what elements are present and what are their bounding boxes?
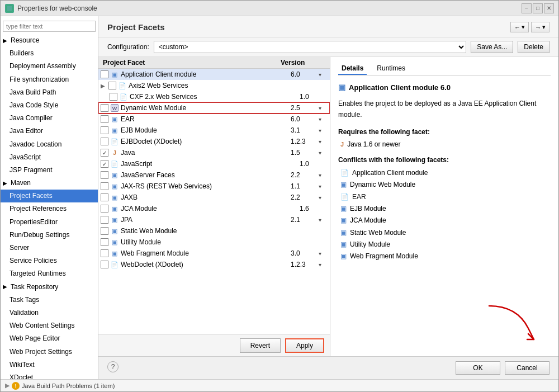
help-icon[interactable]: ? [107,361,119,372]
facet-row-ejb[interactable]: ▣ EJB Module 3.1 ▾ [98,125,330,136]
sidebar-item-validation[interactable]: Validation [1,306,98,319]
sidebar-item-maven[interactable]: ▶ Maven [1,177,98,190]
sidebar-item-builders[interactable]: Builders [1,47,98,60]
sidebar-item-javadoc[interactable]: Javadoc Location [1,138,98,151]
facet-checkbox-jpa[interactable] [101,216,108,224]
facet-row-appclient[interactable]: ▣ Application Client module 6.0 ▾ [98,69,330,80]
sidebar-item-tasktags[interactable]: Task Tags [1,294,98,306]
dropdown-icon[interactable]: ▾ [319,195,328,201]
sidebar-item-webpageeditor[interactable]: Web Page Editor [1,332,98,345]
facet-checkbox-dynamicweb[interactable] [101,104,108,112]
delete-button[interactable]: Delete [518,41,549,53]
facet-row-axis2[interactable]: ▶ 📄 Axis2 Web Services [98,80,330,91]
sidebar-item-javacodestyle[interactable]: Java Code Style [1,99,98,112]
facet-row-ear[interactable]: ▣ EAR 6.0 ▾ [98,114,330,125]
facet-checkbox-appclient[interactable] [101,70,108,78]
dropdown-icon[interactable]: ▾ [319,127,328,134]
facet-checkbox-webfragment[interactable] [101,249,108,257]
sidebar-item-servicepolicies[interactable]: Service Policies [1,254,98,267]
facet-checkbox-java[interactable] [101,149,108,157]
facet-checkbox-ejbdoclet[interactable] [101,138,108,145]
facet-row-webdoclet[interactable]: 📄 WebDoclet (XDoclet) 1.2.3 ▾ [98,259,330,270]
expand-icon[interactable]: ▶ [101,83,107,89]
dropdown-icon[interactable]: ▾ [319,262,328,268]
sidebar-item-taskrepository[interactable]: ▶ Task Repository [1,281,98,294]
forward-button[interactable]: → ▾ [531,22,549,32]
sidebar-item-propertieseditor[interactable]: PropertiesEditor [1,216,98,229]
tab-details[interactable]: Details [338,63,367,75]
sidebar-item-server[interactable]: Server [1,242,98,254]
sidebar-item-projectreferences[interactable]: Project References [1,202,98,215]
status-expand-icon[interactable]: ▶ [5,382,10,389]
facet-checkbox-jaxrs[interactable] [101,182,108,190]
status-bar: ▶ ! Java Build Path Problems (1 item) [1,379,558,391]
sidebar-item-webprojectsettings[interactable]: Web Project Settings [1,346,98,358]
sidebar-item-label: Validation [10,308,39,318]
sidebar-item-rundebugsettings[interactable]: Run/Debug Settings [1,229,98,242]
svg-rect-0 [7,6,12,11]
facet-row-jpa[interactable]: ▣ JPA 2.1 ▾ [98,214,330,225]
sidebar-item-deployment[interactable]: Deployment Assembly [1,60,98,73]
facet-icon-module: ▣ [111,171,119,179]
minimize-button[interactable]: − [522,3,532,13]
facet-row-javascript[interactable]: 📄 JavaScript 1.0 [98,158,330,169]
dropdown-icon[interactable]: ▾ [319,150,328,156]
sidebar-item-javaeditor[interactable]: Java Editor [1,125,98,138]
dropdown-icon[interactable]: ▾ [319,183,328,190]
sidebar-item-xdoclet[interactable]: XDoclet [1,371,98,379]
facet-row-utility[interactable]: ▣ Utility Module [98,237,330,248]
sidebar-item-targetedruntimes[interactable]: Targeted Runtimes [1,267,98,280]
facet-icon-doc: 📄 [111,261,119,268]
sidebar-item-javacompiler[interactable]: Java Compiler [1,112,98,125]
conflict-icon: ▣ [340,227,347,238]
facet-row-staticweb[interactable]: ▣ Static Web Module [98,225,330,237]
dropdown-icon[interactable]: ▾ [319,172,328,178]
facet-row-webfragment[interactable]: ▣ Web Fragment Module 3.0 ▾ [98,248,330,259]
dropdown-icon[interactable]: ▾ [319,72,328,78]
sidebar-item-label: Java Code Style [10,100,58,111]
facet-checkbox-jca[interactable] [101,205,108,212]
facet-checkbox-jsf[interactable] [101,171,108,179]
facet-row-jaxb[interactable]: ▣ JAXB 2.2 ▾ [98,192,330,203]
sidebar-item-webcontentsettings[interactable]: Web Content Settings [1,319,98,332]
sidebar-item-jspfragment[interactable]: JSP Fragment [1,164,98,177]
dropdown-icon[interactable]: ▾ [319,105,328,111]
apply-button[interactable]: Apply [285,338,324,353]
revert-button[interactable]: Revert [240,338,281,353]
facet-checkbox-ejb[interactable] [101,126,108,134]
facet-checkbox-jaxb[interactable] [101,193,108,201]
facet-checkbox-webdoclet[interactable] [101,261,108,268]
back-button[interactable]: ← ▾ [510,22,529,32]
sidebar-item-javascript[interactable]: JavaScript [1,151,98,164]
facet-row-jaxrs[interactable]: ▣ JAX-RS (REST Web Services) 1.1 ▾ [98,181,330,192]
save-as-button[interactable]: Save As... [471,41,513,53]
dropdown-icon[interactable]: ▾ [319,116,328,122]
sidebar-item-projectfacets[interactable]: Project Facets [1,190,98,202]
dropdown-icon[interactable]: ▾ [319,251,328,257]
facet-checkbox-utility[interactable] [101,238,108,246]
tab-runtimes[interactable]: Runtimes [373,63,409,75]
ok-button[interactable]: OK [456,361,500,375]
facet-row-jca[interactable]: ▣ JCA Module 1.6 [98,203,330,214]
facet-checkbox-ear[interactable] [101,115,108,123]
cancel-button[interactable]: Cancel [505,361,549,375]
sidebar-item-filesync[interactable]: File synchronization [1,73,98,86]
facet-row-dynamicweb[interactable]: W Dynamic Web Module 2.5 ▾ [98,102,330,114]
facet-checkbox-axis2[interactable] [108,82,116,89]
config-select[interactable]: <custom> [154,41,467,53]
facet-checkbox-cxf[interactable] [110,93,117,101]
facet-row-jsf[interactable]: ▣ JavaServer Faces 2.2 ▾ [98,169,330,181]
dropdown-icon[interactable]: ▾ [319,139,328,145]
sidebar-item-wikitext[interactable]: WikiText [1,358,98,371]
facet-row-ejbdoclet[interactable]: 📄 EJBDoclet (XDoclet) 1.2.3 ▾ [98,136,330,147]
sidebar-item-resource[interactable]: ▶ Resource [1,34,98,47]
maximize-button[interactable]: □ [533,3,543,13]
sidebar-item-javabuildpath[interactable]: Java Build Path [1,86,98,99]
facet-row-cxf[interactable]: 📄 CXF 2.x Web Services 1.0 [98,91,330,102]
dropdown-icon[interactable]: ▾ [319,217,328,223]
facet-checkbox-javascript[interactable] [101,160,108,168]
facet-row-java[interactable]: J Java 1.5 ▾ [98,147,330,158]
filter-input[interactable] [3,21,96,32]
facet-checkbox-staticweb[interactable] [101,227,108,235]
close-button[interactable]: ✕ [544,3,554,13]
